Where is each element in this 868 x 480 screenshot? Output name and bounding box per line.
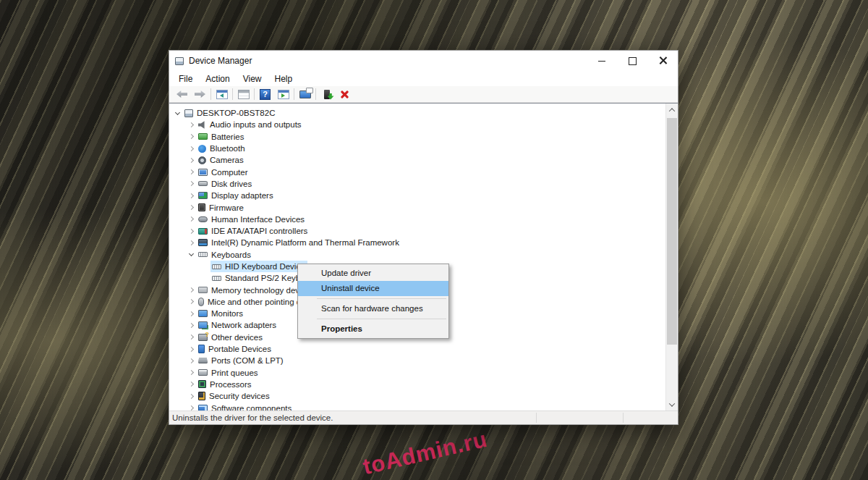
tree-item-batteries[interactable]: Batteries (169, 131, 665, 143)
tree-item-body: Display adapters (197, 190, 276, 201)
forward-icon (195, 90, 205, 98)
uninstall-device-button[interactable] (336, 87, 354, 101)
vertical-scrollbar[interactable] (665, 104, 678, 410)
tree-item-body: Portable Devices (197, 343, 273, 355)
menu-view[interactable]: View (237, 73, 268, 85)
action-pane-button[interactable] (274, 87, 292, 101)
scrollbar-thumb[interactable] (667, 118, 677, 345)
tree-item-label: Cameras (210, 156, 244, 164)
chevron-collapsed-icon[interactable] (186, 390, 197, 402)
chevron-expanded-icon[interactable] (186, 249, 197, 261)
mice-icon (198, 298, 204, 306)
tree-item-intel-r-dynamic-platform-and-thermal-framework[interactable]: Intel(R) Dynamic Platform and Thermal Fr… (169, 237, 665, 248)
chevron-collapsed-icon[interactable] (186, 178, 197, 190)
tree-item-print-queues[interactable]: Print queues (169, 367, 665, 379)
properties-button[interactable] (234, 87, 252, 101)
tree-item-body: Bluetooth (197, 143, 247, 154)
network-icon (198, 321, 208, 329)
chevron-collapsed-icon[interactable] (186, 201, 197, 213)
context-menu: Update driverUninstall deviceScan for ha… (297, 264, 449, 339)
chevron-collapsed-icon[interactable] (186, 225, 197, 237)
tree-item-body: Print queues (197, 367, 260, 379)
toolbar-separator (254, 88, 255, 100)
scroll-up-button[interactable] (666, 104, 678, 116)
update-driver-button[interactable] (318, 87, 336, 101)
ide-icon (198, 228, 208, 235)
tree-item-audio-inputs-and-outputs[interactable]: Audio inputs and outputs (169, 119, 665, 130)
keyboard-icon (198, 252, 208, 257)
portable-icon (198, 345, 205, 353)
tree-item-computer[interactable]: Computer (169, 166, 665, 177)
computer-popup-button[interactable] (296, 87, 314, 101)
computer-icon (198, 169, 208, 176)
back-button[interactable] (173, 87, 191, 101)
tree-item-label: Batteries (211, 132, 244, 141)
chevron-collapsed-icon[interactable] (186, 379, 197, 390)
tree-item-disk-drives[interactable]: Disk drives (169, 178, 665, 190)
title-bar: Device Manager (169, 51, 678, 71)
menu-action[interactable]: Action (199, 73, 236, 85)
tree-item-body: Keyboards (197, 249, 253, 261)
tree-item-ide-ata-atapi-controllers[interactable]: IDE ATA/ATAPI controllers (169, 225, 665, 237)
chevron-collapsed-icon[interactable] (186, 284, 197, 295)
context-menu-item-scan-for-hardware-changes[interactable]: Scan for hardware changes (298, 301, 448, 316)
chevron-collapsed-icon[interactable] (186, 119, 197, 130)
tree-item-ports-com-lpt[interactable]: Ports (COM & LPT) (169, 355, 665, 366)
chevron-collapsed-icon[interactable] (186, 154, 197, 166)
tree-item-label: HID Keyboard Device (225, 262, 305, 271)
tree-item-software-components[interactable]: Software components (169, 402, 665, 410)
tree-item-human-interface-devices[interactable]: Human Interface Devices (169, 214, 665, 225)
tree-item-bluetooth[interactable]: Bluetooth (169, 143, 665, 154)
tree-item-processors[interactable]: Processors (169, 379, 665, 390)
scroll-down-button[interactable] (666, 398, 678, 410)
chevron-expanded-icon[interactable] (172, 107, 183, 119)
chevron-collapsed-icon[interactable] (186, 319, 197, 331)
maximize-button[interactable] (617, 51, 647, 71)
chevron-collapsed-icon[interactable] (186, 402, 197, 410)
chevron-collapsed-icon[interactable] (186, 143, 197, 154)
context-menu-item-uninstall-device[interactable]: Uninstall device (298, 281, 448, 296)
chevron-collapsed-icon[interactable] (186, 131, 197, 143)
menu-file[interactable]: File (172, 73, 199, 85)
minimize-button[interactable] (587, 51, 617, 71)
close-button[interactable] (647, 51, 678, 71)
chevron-collapsed-icon[interactable] (186, 343, 197, 355)
menu-help[interactable]: Help (268, 73, 299, 85)
chevron-collapsed-icon[interactable] (186, 237, 197, 248)
chevron-collapsed-icon[interactable] (186, 214, 197, 225)
tree-item-body: Monitors (197, 308, 245, 319)
context-menu-item-update-driver[interactable]: Update driver (298, 266, 448, 281)
tree-item-firmware[interactable]: Firmware (169, 201, 665, 213)
toolbar (169, 86, 678, 103)
tree-item-body: Batteries (197, 131, 246, 143)
tree-item-body: Security devices (197, 390, 272, 402)
tree-item-display-adapters[interactable]: Display adapters (169, 190, 665, 201)
keyboard-icon (212, 276, 221, 281)
tree-item-desktop-0bst82c[interactable]: DESKTOP-0BST82C (169, 107, 665, 119)
chevron-collapsed-icon[interactable] (186, 190, 197, 201)
display-icon (198, 192, 208, 199)
audio-icon (198, 121, 206, 129)
menu-bar: FileActionViewHelp (169, 71, 678, 86)
chevron-collapsed-icon[interactable] (186, 296, 197, 308)
tree-item-security-devices[interactable]: Security devices (169, 390, 665, 402)
chevron-collapsed-icon[interactable] (186, 367, 197, 379)
tree-item-body: Cameras (197, 154, 246, 166)
ports-icon (198, 358, 208, 363)
tree-item-portable-devices[interactable]: Portable Devices (169, 343, 665, 355)
tree-item-cameras[interactable]: Cameras (169, 154, 665, 166)
statusbar-separator (536, 413, 537, 423)
help-button[interactable] (256, 87, 274, 101)
action-pane-icon (278, 90, 289, 99)
chevron-collapsed-icon[interactable] (186, 166, 197, 177)
tree-item-label: Other devices (211, 333, 263, 342)
tree-item-keyboards[interactable]: Keyboards (169, 249, 665, 261)
device-manager-window: Device Manager FileActionViewHelp DESKTO… (169, 50, 678, 425)
toolbar-separator (210, 88, 211, 100)
context-menu-item-properties[interactable]: Properties (298, 321, 448, 337)
chevron-collapsed-icon[interactable] (186, 332, 197, 343)
chevron-collapsed-icon[interactable] (186, 308, 197, 319)
console-tree-button[interactable] (213, 87, 231, 101)
chevron-collapsed-icon[interactable] (186, 355, 197, 366)
forward-button[interactable] (191, 87, 209, 101)
